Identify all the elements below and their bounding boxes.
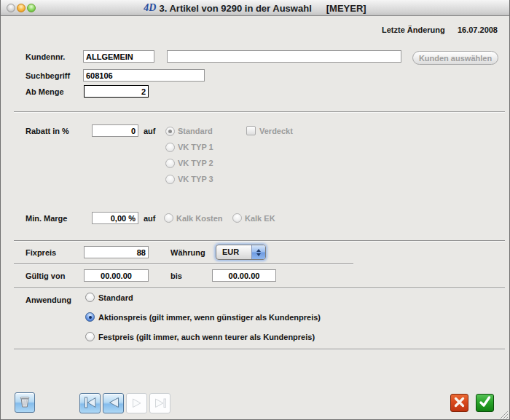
anwendung-standard-label: Standard — [98, 293, 133, 303]
first-record-button[interactable] — [79, 393, 101, 413]
minimize-window-icon[interactable] — [17, 4, 26, 12]
cancel-x-icon — [453, 396, 466, 411]
last-record-button[interactable] — [149, 393, 170, 413]
kalk-ek-label: Kalk EK — [245, 214, 275, 223]
min-marge-input[interactable] — [92, 212, 138, 224]
anwendung-label: Anwendung — [26, 296, 71, 305]
rabatt-input[interactable] — [92, 124, 138, 137]
fixpreis-label: Fixpreis — [26, 248, 56, 258]
anwendung-aktionspreis-label: Aktionspreis (gilt immer, wenn günstiger… — [98, 313, 321, 322]
rabatt-vktyp2-radio[interactable] — [165, 159, 175, 168]
divider — [14, 288, 505, 288]
titlebar[interactable]: 4D 3. Artikel von 9290 in der Auswahl [M… — [1, 0, 509, 16]
kundennr-input[interactable] — [83, 50, 154, 63]
gueltig-von-input[interactable] — [84, 269, 149, 282]
divider — [14, 111, 505, 112]
anwendung-aktionspreis-radio[interactable] — [85, 312, 95, 322]
4d-logo-icon: 4D — [144, 2, 156, 14]
delete-record-button[interactable] — [15, 392, 35, 413]
rabatt-vktyp3-radio[interactable] — [165, 175, 175, 184]
cancel-button[interactable] — [450, 394, 468, 412]
kundennr-label: Kundennr. — [26, 52, 65, 62]
resize-grip-icon — [499, 410, 509, 419]
zoom-window-icon[interactable] — [27, 4, 36, 12]
waehrung-select[interactable]: EUR — [216, 245, 266, 260]
resize-grip[interactable] — [499, 409, 509, 419]
window-title-text: 3. Artikel von 9290 in der Auswahl — [159, 3, 311, 14]
close-window-icon[interactable] — [7, 4, 15, 12]
rabatt-vktyp3-label: VK TYP 3 — [178, 175, 213, 184]
last-record-icon — [152, 395, 168, 413]
divider — [14, 349, 505, 349]
accept-check-icon — [478, 395, 492, 411]
rabatt-label: Rabatt in % — [26, 127, 69, 136]
anwendung-festpreis-label: Festpreis (gilt immer, auch wenn teurer … — [98, 333, 315, 342]
rabatt-standard-label: Standard — [178, 127, 213, 136]
rabatt-vktyp1-radio[interactable] — [165, 143, 175, 152]
gueltig-bis-input[interactable] — [212, 269, 276, 282]
gueltig-von-label: Gültig von — [26, 272, 65, 281]
bis-label: bis — [170, 272, 182, 281]
rabatt-auf-label: auf — [144, 127, 156, 136]
select-customers-button[interactable]: Kunden auswählen — [412, 51, 498, 65]
kalk-kosten-label: Kalk Kosten — [176, 214, 223, 223]
min-marge-label: Min. Marge — [26, 214, 67, 223]
ab-menge-input[interactable] — [84, 85, 149, 98]
marge-auf-label: auf — [144, 214, 156, 223]
rabatt-standard-radio[interactable] — [165, 127, 175, 136]
anwendung-festpreis-radio[interactable] — [85, 332, 95, 341]
divider — [14, 264, 353, 264]
kalk-ek-radio[interactable] — [232, 213, 242, 223]
suchbegriff-label: Suchbegriff — [26, 71, 70, 81]
suchbegriff-input[interactable] — [83, 69, 205, 82]
rabatt-vktyp1-label: VK TYP 1 — [178, 143, 213, 152]
accept-button[interactable] — [476, 394, 494, 412]
kalk-kosten-radio[interactable] — [164, 213, 173, 223]
divider — [14, 240, 505, 241]
verdeckt-checkbox[interactable] — [246, 126, 256, 135]
fixpreis-input[interactable] — [84, 246, 149, 258]
waehrung-label: Währung — [170, 248, 205, 258]
rabatt-vktyp2-label: VK TYP 2 — [178, 159, 213, 168]
next-record-icon — [129, 395, 145, 413]
kundenname-input[interactable] — [167, 50, 401, 63]
waehrung-selected-value: EUR — [216, 245, 251, 259]
previous-record-icon — [106, 395, 122, 413]
window-title-context: [MEYER] — [326, 3, 366, 14]
popup-stepper-icon — [251, 245, 265, 259]
anwendung-standard-radio[interactable] — [85, 293, 95, 302]
last-change-date: 16.07.2008 — [432, 25, 498, 35]
window-title: 4D 3. Artikel von 9290 in der Auswahl [M… — [44, 0, 466, 16]
first-record-icon — [82, 395, 98, 413]
previous-record-button[interactable] — [103, 393, 124, 413]
article-price-window: 4D 3. Artikel von 9290 in der Auswahl [M… — [0, 0, 510, 420]
trash-icon — [17, 395, 32, 411]
verdeckt-label: Verdeckt — [259, 127, 293, 136]
ab-menge-label: Ab Menge — [26, 87, 64, 97]
next-record-button[interactable] — [126, 393, 147, 413]
